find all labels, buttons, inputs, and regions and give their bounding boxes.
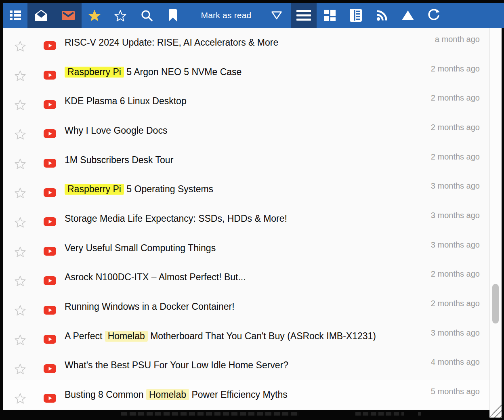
star-toggle[interactable]	[15, 305, 28, 316]
hamburger-icon	[296, 10, 311, 21]
youtube-feed-icon	[44, 188, 56, 197]
item-title[interactable]: Why I Love Google Docs	[65, 125, 431, 136]
search-button[interactable]	[133, 3, 160, 28]
youtube-feed-icon	[44, 41, 56, 50]
article-list: RISC-V 2024 Update: RISE, AI Accelerator…	[3, 28, 502, 410]
title-text: KDE Plasma 6 Linux Desktop	[65, 96, 187, 106]
dropdown-triangle-icon	[271, 11, 282, 20]
star-toggle[interactable]	[15, 393, 28, 404]
item-title[interactable]: A Perfect Homelab Motherboard That You C…	[65, 331, 431, 342]
star-toggle[interactable]	[15, 363, 28, 374]
toolbar: Mark as read	[3, 3, 504, 28]
item-age: 3 months ago	[431, 240, 480, 250]
clipped-row-fragment	[121, 412, 299, 416]
title-text: Storage Media Life Expectancy: SSDs, HDD…	[65, 213, 287, 224]
list-item[interactable]: Storage Media Life Expectancy: SSDs, HDD…	[3, 204, 502, 233]
bookmark-button[interactable]	[160, 3, 186, 28]
title-text: Power Efficiency Myths	[189, 389, 288, 400]
mark-as-read-dropdown[interactable]	[267, 3, 287, 28]
up-triangle-icon	[401, 10, 414, 21]
star-outline-icon	[114, 10, 126, 21]
item-age: 3 months ago	[431, 211, 480, 220]
item-title[interactable]: 1M Subscribers Desk Tour	[65, 155, 431, 166]
item-age: 2 months ago	[431, 269, 480, 279]
title-text: RISC-V 2024 Update: RISE, AI Accelerator…	[65, 37, 278, 48]
star-toggle[interactable]	[15, 41, 28, 52]
star-toggle[interactable]	[15, 334, 28, 345]
article-view-icon	[350, 9, 362, 22]
item-title[interactable]: Asrock N100DC-ITX – Almost Perfect! But.…	[65, 272, 431, 283]
list-item[interactable]: Busting 8 Common Homelab Power Efficienc…	[3, 380, 502, 410]
mark-as-read-button[interactable]: Mark as read	[186, 3, 267, 28]
list-item[interactable]: Very Useful Small Computing Things 3 mon…	[3, 233, 502, 263]
highlighted-term: Raspberry Pi	[65, 67, 124, 78]
rss-button[interactable]	[369, 3, 395, 28]
read-state-toggle-group	[27, 3, 82, 28]
menu-button[interactable]	[291, 3, 317, 28]
star-item-button[interactable]	[107, 3, 133, 28]
highlighted-term: Homelab	[105, 331, 148, 342]
item-age: 2 months ago	[431, 123, 480, 132]
app-window: Mark as read	[0, 0, 504, 420]
rss-icon	[376, 9, 388, 21]
star-toggle[interactable]	[15, 217, 28, 228]
refresh-icon	[427, 9, 440, 22]
item-title[interactable]: What's the Best PSU For Your Low Idle Ho…	[65, 360, 431, 371]
up-triangle-button[interactable]	[395, 3, 421, 28]
item-title[interactable]: Raspberry Pi 5 Argon NEO 5 NVMe Case	[65, 67, 431, 78]
youtube-feed-icon	[44, 217, 56, 226]
list-item[interactable]: Running Windows in a Docker Container! 2…	[3, 292, 502, 321]
youtube-feed-icon	[44, 71, 56, 80]
star-toggle[interactable]	[15, 99, 28, 110]
youtube-feed-icon	[44, 247, 56, 256]
unread-envelope-button[interactable]	[55, 3, 82, 28]
item-title[interactable]: KDE Plasma 6 Linux Desktop	[65, 96, 431, 107]
title-text: Very Useful Small Computing Things	[65, 243, 216, 253]
list-item[interactable]: A Perfect Homelab Motherboard That You C…	[3, 321, 502, 351]
grid-view-button[interactable]	[317, 3, 342, 28]
item-title[interactable]: Storage Media Life Expectancy: SSDs, HDD…	[65, 213, 431, 224]
item-title[interactable]: Busting 8 Common Homelab Power Efficienc…	[65, 389, 431, 400]
youtube-feed-icon	[44, 335, 56, 344]
article-view-button[interactable]	[342, 3, 369, 28]
list-item[interactable]: Raspberry Pi 5 Argon NEO 5 NVMe Case 2 m…	[3, 57, 502, 87]
item-age: a month ago	[435, 35, 480, 44]
starred-filter-button[interactable]	[82, 3, 107, 28]
list-item[interactable]: What's the Best PSU For Your Low Idle Ho…	[3, 351, 502, 380]
menu-group	[291, 3, 317, 28]
title-text: Busting 8 Common	[65, 389, 146, 400]
list-item[interactable]: KDE Plasma 6 Linux Desktop 2 months ago	[3, 86, 502, 116]
title-text: 1M Subscribers Desk Tour	[65, 155, 173, 165]
refresh-button[interactable]	[421, 3, 447, 28]
open-envelope-button[interactable]	[27, 3, 55, 28]
item-age: 2 months ago	[431, 64, 480, 74]
item-title[interactable]: Running Windows in a Docker Container!	[65, 301, 431, 312]
list-view-button[interactable]	[3, 3, 27, 28]
star-toggle[interactable]	[15, 158, 28, 169]
scrollbar-thumb[interactable]	[492, 284, 499, 323]
list-view-icon	[10, 10, 21, 20]
item-age: 3 months ago	[431, 328, 480, 338]
item-title[interactable]: Very Useful Small Computing Things	[65, 243, 431, 254]
star-toggle[interactable]	[15, 129, 28, 140]
scrollbar-track[interactable]	[489, 28, 502, 418]
star-toggle[interactable]	[15, 187, 28, 198]
title-text: Why I Love Google Docs	[65, 125, 167, 136]
title-text: What's the Best PSU For Your Low Idle Ho…	[65, 360, 288, 370]
list-item[interactable]: 1M Subscribers Desk Tour 2 months ago	[3, 145, 502, 175]
list-item[interactable]: Raspberry Pi 5 Operating Systems 3 month…	[3, 174, 502, 204]
youtube-feed-icon	[44, 159, 56, 168]
highlighted-term: Raspberry Pi	[65, 184, 124, 195]
dashboard-grid-icon	[323, 9, 336, 22]
star-toggle[interactable]	[15, 275, 28, 286]
highlighted-term: Homelab	[146, 389, 189, 400]
list-item[interactable]: Why I Love Google Docs 2 months ago	[3, 116, 502, 145]
list-item[interactable]: Asrock N100DC-ITX – Almost Perfect! But.…	[3, 263, 502, 292]
star-toggle[interactable]	[15, 70, 28, 81]
title-text: 5 Operating Systems	[124, 184, 213, 194]
list-item[interactable]: RISC-V 2024 Update: RISE, AI Accelerator…	[3, 28, 502, 57]
star-toggle[interactable]	[15, 246, 28, 257]
youtube-feed-icon	[44, 100, 56, 109]
item-title[interactable]: Raspberry Pi 5 Operating Systems	[65, 184, 431, 195]
item-title[interactable]: RISC-V 2024 Update: RISE, AI Accelerator…	[65, 37, 435, 48]
